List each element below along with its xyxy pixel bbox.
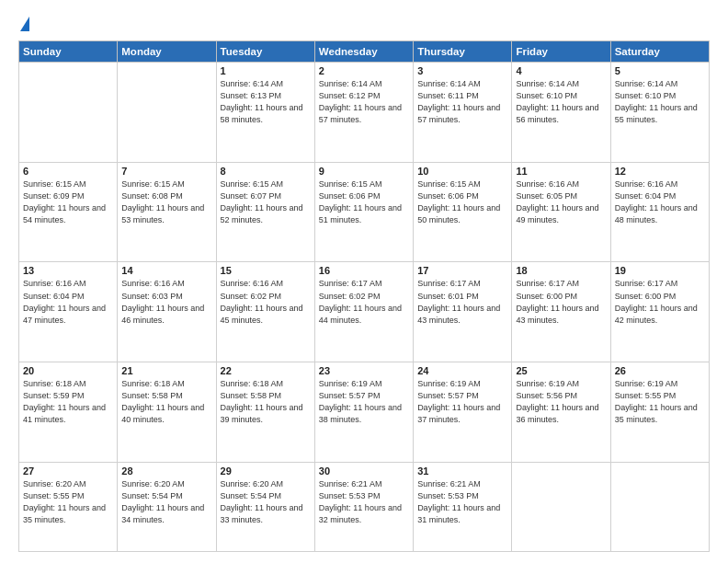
day-info: Sunrise: 6:18 AMSunset: 5:59 PMDaylight:… <box>23 378 113 426</box>
empty-cell <box>610 462 709 551</box>
calendar-week-row: 6Sunrise: 6:15 AMSunset: 6:09 PMDaylight… <box>19 162 710 262</box>
empty-cell <box>118 63 216 163</box>
day-info: Sunrise: 6:20 AMSunset: 5:54 PMDaylight:… <box>221 478 311 526</box>
day-number: 7 <box>121 166 211 177</box>
calendar-day-cell: 30Sunrise: 6:21 AMSunset: 5:53 PMDayligh… <box>314 462 413 551</box>
day-number: 19 <box>615 265 705 276</box>
calendar-day-cell: 5Sunrise: 6:14 AMSunset: 6:10 PMDaylight… <box>610 63 709 163</box>
day-info: Sunrise: 6:18 AMSunset: 5:58 PMDaylight:… <box>221 378 311 426</box>
calendar-day-cell: 28Sunrise: 6:20 AMSunset: 5:54 PMDayligh… <box>118 462 216 551</box>
day-number: 6 <box>23 166 113 177</box>
day-info: Sunrise: 6:20 AMSunset: 5:54 PMDaylight:… <box>121 478 211 526</box>
col-header-wednesday: Wednesday <box>314 41 413 63</box>
day-info: Sunrise: 6:21 AMSunset: 5:53 PMDaylight:… <box>319 478 409 526</box>
day-info: Sunrise: 6:21 AMSunset: 5:53 PMDaylight:… <box>417 478 507 526</box>
day-number: 29 <box>221 465 311 477</box>
calendar-day-cell: 4Sunrise: 6:14 AMSunset: 6:10 PMDaylight… <box>512 63 610 163</box>
col-header-thursday: Thursday <box>414 41 512 63</box>
col-header-saturday: Saturday <box>610 41 709 63</box>
day-number: 13 <box>23 265 113 276</box>
empty-cell <box>19 63 118 163</box>
day-number: 28 <box>121 465 211 477</box>
day-info: Sunrise: 6:17 AMSunset: 6:01 PMDaylight:… <box>417 278 507 326</box>
day-info: Sunrise: 6:17 AMSunset: 6:00 PMDaylight:… <box>615 278 705 326</box>
logo-triangle-icon <box>20 17 29 31</box>
day-number: 26 <box>615 365 705 376</box>
calendar-day-cell: 10Sunrise: 6:15 AMSunset: 6:06 PMDayligh… <box>414 162 512 262</box>
day-number: 18 <box>516 265 606 276</box>
calendar-day-cell: 14Sunrise: 6:16 AMSunset: 6:03 PMDayligh… <box>118 262 216 362</box>
calendar-day-cell: 15Sunrise: 6:16 AMSunset: 6:02 PMDayligh… <box>216 262 314 362</box>
calendar-day-cell: 22Sunrise: 6:18 AMSunset: 5:58 PMDayligh… <box>216 362 314 463</box>
day-number: 3 <box>417 65 507 76</box>
day-number: 4 <box>516 65 606 76</box>
calendar-day-cell: 25Sunrise: 6:19 AMSunset: 5:56 PMDayligh… <box>512 362 610 463</box>
day-info: Sunrise: 6:14 AMSunset: 6:10 PMDaylight:… <box>516 78 606 126</box>
empty-cell <box>512 462 610 551</box>
day-number: 10 <box>417 166 507 177</box>
calendar-day-cell: 21Sunrise: 6:18 AMSunset: 5:58 PMDayligh… <box>118 362 216 463</box>
calendar-day-cell: 1Sunrise: 6:14 AMSunset: 6:13 PMDaylight… <box>216 63 314 163</box>
calendar-day-cell: 11Sunrise: 6:16 AMSunset: 6:05 PMDayligh… <box>512 162 610 262</box>
calendar-day-cell: 6Sunrise: 6:15 AMSunset: 6:09 PMDaylight… <box>19 162 118 262</box>
calendar-day-cell: 23Sunrise: 6:19 AMSunset: 5:57 PMDayligh… <box>314 362 413 463</box>
day-info: Sunrise: 6:14 AMSunset: 6:12 PMDaylight:… <box>319 78 409 126</box>
day-number: 17 <box>417 265 507 276</box>
day-number: 30 <box>319 465 409 477</box>
day-info: Sunrise: 6:15 AMSunset: 6:06 PMDaylight:… <box>417 178 507 226</box>
day-number: 21 <box>121 365 211 376</box>
day-info: Sunrise: 6:15 AMSunset: 6:09 PMDaylight:… <box>23 178 113 226</box>
day-number: 24 <box>417 365 507 376</box>
day-info: Sunrise: 6:14 AMSunset: 6:10 PMDaylight:… <box>615 78 705 126</box>
calendar-day-cell: 16Sunrise: 6:17 AMSunset: 6:02 PMDayligh… <box>314 262 413 362</box>
day-number: 31 <box>417 465 507 477</box>
day-number: 20 <box>23 365 113 376</box>
day-number: 22 <box>221 365 311 376</box>
calendar-day-cell: 18Sunrise: 6:17 AMSunset: 6:00 PMDayligh… <box>512 262 610 362</box>
calendar-day-cell: 3Sunrise: 6:14 AMSunset: 6:11 PMDaylight… <box>414 63 512 163</box>
calendar-day-cell: 13Sunrise: 6:16 AMSunset: 6:04 PMDayligh… <box>19 262 118 362</box>
day-info: Sunrise: 6:19 AMSunset: 5:57 PMDaylight:… <box>417 378 507 426</box>
calendar-week-row: 1Sunrise: 6:14 AMSunset: 6:13 PMDaylight… <box>19 63 710 163</box>
day-info: Sunrise: 6:19 AMSunset: 5:57 PMDaylight:… <box>319 378 409 426</box>
day-number: 12 <box>615 166 705 177</box>
day-number: 23 <box>319 365 409 376</box>
logo <box>18 17 29 33</box>
calendar-day-cell: 9Sunrise: 6:15 AMSunset: 6:06 PMDaylight… <box>314 162 413 262</box>
header <box>18 17 710 33</box>
day-info: Sunrise: 6:16 AMSunset: 6:04 PMDaylight:… <box>615 178 705 226</box>
day-info: Sunrise: 6:14 AMSunset: 6:11 PMDaylight:… <box>417 78 507 126</box>
day-number: 14 <box>121 265 211 276</box>
day-info: Sunrise: 6:14 AMSunset: 6:13 PMDaylight:… <box>221 78 311 126</box>
day-info: Sunrise: 6:20 AMSunset: 5:55 PMDaylight:… <box>23 478 113 526</box>
col-header-tuesday: Tuesday <box>216 41 314 63</box>
calendar-week-row: 13Sunrise: 6:16 AMSunset: 6:04 PMDayligh… <box>19 262 710 362</box>
calendar-week-row: 27Sunrise: 6:20 AMSunset: 5:55 PMDayligh… <box>19 462 710 551</box>
calendar-day-cell: 8Sunrise: 6:15 AMSunset: 6:07 PMDaylight… <box>216 162 314 262</box>
calendar-day-cell: 20Sunrise: 6:18 AMSunset: 5:59 PMDayligh… <box>19 362 118 463</box>
day-info: Sunrise: 6:17 AMSunset: 6:00 PMDaylight:… <box>516 278 606 326</box>
day-number: 9 <box>319 166 409 177</box>
day-info: Sunrise: 6:16 AMSunset: 6:03 PMDaylight:… <box>121 278 211 326</box>
calendar-week-row: 20Sunrise: 6:18 AMSunset: 5:59 PMDayligh… <box>19 362 710 463</box>
day-info: Sunrise: 6:15 AMSunset: 6:06 PMDaylight:… <box>319 178 409 226</box>
day-info: Sunrise: 6:15 AMSunset: 6:07 PMDaylight:… <box>221 178 311 226</box>
day-number: 2 <box>319 65 409 76</box>
day-info: Sunrise: 6:19 AMSunset: 5:55 PMDaylight:… <box>615 378 705 426</box>
day-number: 25 <box>516 365 606 376</box>
day-number: 1 <box>221 65 311 76</box>
day-info: Sunrise: 6:15 AMSunset: 6:08 PMDaylight:… <box>121 178 211 226</box>
day-info: Sunrise: 6:18 AMSunset: 5:58 PMDaylight:… <box>121 378 211 426</box>
col-header-sunday: Sunday <box>19 41 118 63</box>
day-number: 16 <box>319 265 409 276</box>
day-info: Sunrise: 6:19 AMSunset: 5:56 PMDaylight:… <box>516 378 606 426</box>
calendar-day-cell: 24Sunrise: 6:19 AMSunset: 5:57 PMDayligh… <box>414 362 512 463</box>
day-number: 5 <box>615 65 705 76</box>
calendar-day-cell: 19Sunrise: 6:17 AMSunset: 6:00 PMDayligh… <box>610 262 709 362</box>
calendar-day-cell: 29Sunrise: 6:20 AMSunset: 5:54 PMDayligh… <box>216 462 314 551</box>
calendar-day-cell: 31Sunrise: 6:21 AMSunset: 5:53 PMDayligh… <box>414 462 512 551</box>
day-number: 11 <box>516 166 606 177</box>
day-number: 8 <box>221 166 311 177</box>
calendar-day-cell: 2Sunrise: 6:14 AMSunset: 6:12 PMDaylight… <box>314 63 413 163</box>
calendar-day-cell: 27Sunrise: 6:20 AMSunset: 5:55 PMDayligh… <box>19 462 118 551</box>
